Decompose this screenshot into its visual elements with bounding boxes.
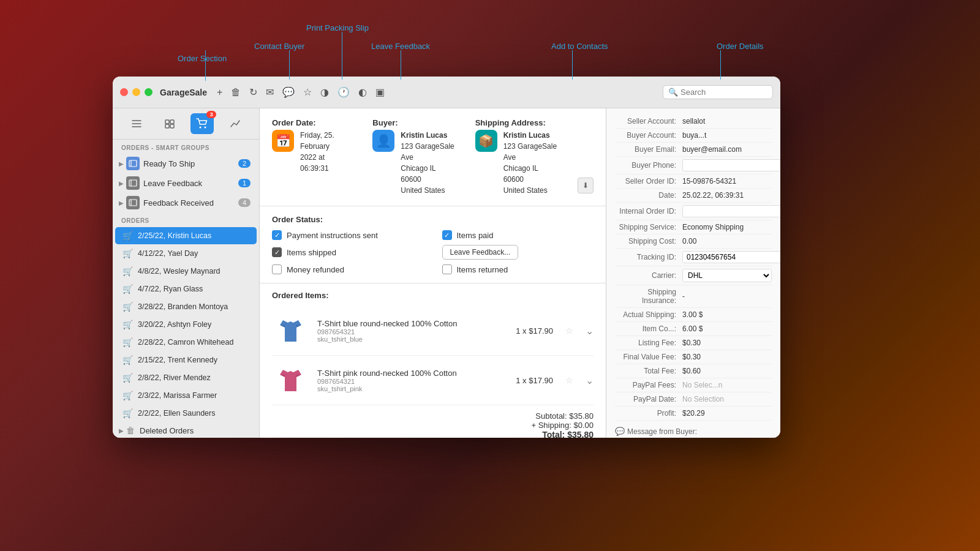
shipping-content: 📦 Kristin Lucas 123 GarageSale AveChicag… <box>475 130 559 196</box>
chevron-icon: ▶ <box>119 160 124 167</box>
item-expand-1[interactable]: ⌄ <box>586 375 594 386</box>
buyer-email-value: buyer@email.com <box>682 145 772 154</box>
buyer-phone-input[interactable] <box>682 159 780 171</box>
search-input[interactable] <box>680 88 767 97</box>
svg-rect-2 <box>165 124 169 128</box>
order-item-6[interactable]: 🛒 2/28/22, Camron Whitehead <box>115 334 257 351</box>
add-icon[interactable]: + <box>217 87 222 98</box>
date-value: Friday, 25. February2022 at 06:39:31 <box>300 130 354 174</box>
internal-order-id-input[interactable] <box>682 205 780 217</box>
traffic-lights <box>120 88 153 96</box>
item-expand-0[interactable]: ⌄ <box>586 325 594 337</box>
compose-icon[interactable]: 💬 <box>282 86 295 98</box>
leave-feedback-button[interactable]: Leave Feedback... <box>442 245 519 260</box>
clock-icon[interactable]: 🕐 <box>337 86 350 98</box>
search-bar[interactable]: 🔍 <box>663 85 773 99</box>
buyer-content: 👤 Kristin Lucas 123 GarageSale AveChicag… <box>372 130 456 196</box>
minimize-button[interactable] <box>132 88 140 96</box>
svg-rect-1 <box>170 120 174 124</box>
group-feedback-count: 1 <box>238 179 251 187</box>
group-feedback-received[interactable]: ▶ Feedback Received 4 <box>113 193 259 212</box>
deleted-orders[interactable]: ▶ 🗑 Deleted Orders <box>113 422 259 438</box>
contact-buyer-line <box>289 50 290 80</box>
checkbox-money-refunded[interactable] <box>272 264 282 274</box>
order-item-4[interactable]: 🛒 3/28/22, Branden Montoya <box>115 298 257 315</box>
cart-icon: 🛒 <box>123 284 133 294</box>
order-item-10[interactable]: 🛒 2/2/22, Ellen Saunders <box>115 405 257 422</box>
order-item-9[interactable]: 🛒 2/3/22, Marissa Farmer <box>115 387 257 404</box>
item-id-1: 0987654321 <box>317 378 507 385</box>
theme-icon[interactable]: ◑ <box>320 86 329 98</box>
checkbox-items-paid[interactable]: ✓ <box>442 230 452 240</box>
actual-shipping-label: Actual Shipping: <box>615 310 682 319</box>
order-item-0[interactable]: 🛒 2/25/22, Kristin Lucas <box>115 227 257 244</box>
status-payment-sent-label: Payment instructions sent <box>287 231 378 240</box>
shipping-cost-value: 0.00 <box>682 237 772 246</box>
date-section: Order Date: 📅 Friday, 25. February2022 a… <box>272 118 354 196</box>
order-item-7[interactable]: 🛒 2/15/22, Trent Kennedy <box>115 351 257 369</box>
order-item-3[interactable]: 🛒 4/7/22, Ryan Glass <box>115 280 257 298</box>
field-buyer-email: Buyer Email: buyer@email.com <box>615 143 772 157</box>
date-label: Date: <box>615 191 682 200</box>
profit-value: $20.29 <box>682 409 772 418</box>
tracking-id-input[interactable] <box>682 251 780 263</box>
order-item-8[interactable]: 🛒 2/8/22, River Mendez <box>115 369 257 386</box>
carrier-select[interactable]: DHL <box>682 269 772 282</box>
main-panel: Order Date: 📅 Friday, 25. February2022 a… <box>260 108 606 438</box>
close-button[interactable] <box>120 88 128 96</box>
maximize-button[interactable] <box>145 88 153 96</box>
sidebar-tab-stats[interactable] <box>224 113 247 134</box>
svg-rect-0 <box>165 120 169 124</box>
add-contacts-line <box>572 50 573 80</box>
checkbox-items-shipped[interactable]: ✓ <box>272 247 282 257</box>
status-items-returned-label: Items returned <box>457 265 508 274</box>
order-details-line <box>720 50 721 80</box>
shipping-label: Shipping Address: <box>475 118 559 127</box>
status-leave-feedback: Leave Feedback... <box>442 245 594 260</box>
deleted-label: Deleted Orders <box>140 426 194 435</box>
checkbox-payment-sent[interactable]: ✓ <box>272 230 282 240</box>
listing-fee-label: Listing Fee: <box>615 339 682 347</box>
ordered-items-area: Ordered Items: T-Shirt blue round-necked… <box>260 283 606 438</box>
buyer-name: Kristin Lucas <box>401 131 447 140</box>
trash-icon[interactable]: 🗑 <box>231 87 241 98</box>
order-label-7: 2/15/22, Trent Kennedy <box>138 356 217 364</box>
paypal-fees-value: No Selec...n <box>682 381 772 389</box>
shipping-section: Shipping Address: 📦 Kristin Lucas 123 Ga… <box>475 118 559 196</box>
scroll-down-button[interactable]: ⬇ <box>578 178 594 193</box>
sidebar-tab-orders[interactable]: 3 <box>190 113 214 134</box>
field-date: Date: 25.02.22, 06:39:31 <box>615 189 772 203</box>
sidebar-tab-listings[interactable] <box>125 113 148 134</box>
order-item-2[interactable]: 🛒 4/8/22, Wesley Maynard <box>115 263 257 280</box>
order-item-5[interactable]: 🛒 3/20/22, Ashtyn Foley <box>115 316 257 333</box>
item-info-1: T-Shirt pink round-necked 100% Cotton 09… <box>317 369 507 392</box>
mail-icon[interactable]: ✉ <box>266 86 274 98</box>
item-price-1: 1 x $17.90 <box>516 376 553 385</box>
group-icon-ready <box>126 157 140 170</box>
buyer-section: Buyer: 👤 Kristin Lucas 123 GarageSale Av… <box>372 118 456 196</box>
star-icon[interactable]: ☆ <box>303 86 312 98</box>
checkbox-items-returned[interactable] <box>442 264 452 274</box>
group-leave-feedback[interactable]: ▶ Leave Feedback 1 <box>113 173 259 193</box>
content-area: 3 ORDERS - SMART GROUPS ▶ R <box>113 108 780 438</box>
seller-order-id-label: Seller Order ID: <box>615 177 682 186</box>
group-ready-to-ship[interactable]: ▶ Ready To Ship 2 <box>113 154 259 173</box>
field-listing-fee: Listing Fee: $0.30 <box>615 336 772 350</box>
svg-rect-8 <box>129 180 137 186</box>
order-label-2: 4/8/22, Wesley Maynard <box>138 267 221 276</box>
sidebar-tab-groups[interactable] <box>158 113 181 134</box>
item-star-1[interactable]: ☆ <box>565 375 573 385</box>
order-item-1[interactable]: 🛒 4/12/22, Yael Day <box>115 245 257 262</box>
cart-icon: 🛒 <box>123 231 133 241</box>
order-label-9: 2/3/22, Marissa Farmer <box>138 391 217 400</box>
sidebar-icon[interactable]: ▣ <box>375 86 385 98</box>
item-star-0[interactable]: ☆ <box>565 326 573 335</box>
shipping-value: + Shipping: $0.00 <box>272 421 594 430</box>
contrast-icon[interactable]: ◐ <box>358 86 367 98</box>
item-thumbnail-1 <box>272 362 309 399</box>
cart-icon: 🛒 <box>123 337 133 347</box>
field-message-from-buyer: 💬 Message from Buyer: <box>615 424 772 438</box>
tracking-id-label: Tracking ID: <box>615 253 682 261</box>
refresh-icon[interactable]: ↻ <box>249 86 257 98</box>
message-icon: 💬 <box>615 427 625 436</box>
